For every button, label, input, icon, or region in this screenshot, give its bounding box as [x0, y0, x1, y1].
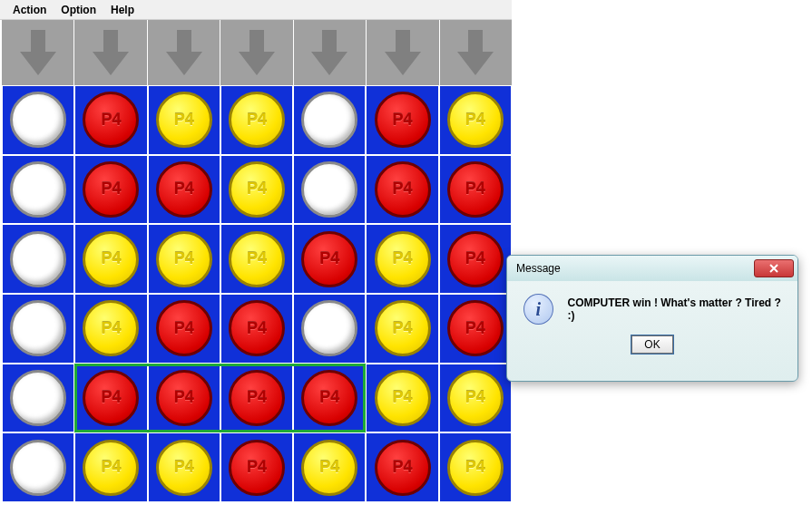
- arrow-down-icon: [18, 28, 58, 77]
- cell-r0-c2: P4: [148, 85, 220, 155]
- cell-r3-c6: P4: [439, 294, 512, 364]
- red-disc: P4: [156, 370, 212, 426]
- cell-r5-c0: [2, 432, 74, 502]
- cell-r3-c5: P4: [366, 294, 438, 364]
- dialog-titlebar[interactable]: Message: [507, 256, 797, 281]
- yellow-disc: P4: [229, 161, 285, 218]
- yellow-disc: P4: [156, 92, 212, 148]
- red-disc: P4: [229, 370, 285, 426]
- empty-slot: [301, 161, 357, 218]
- cell-r1-c2: P4: [148, 155, 220, 225]
- cell-r4-c3: P4: [220, 364, 293, 433]
- red-disc: P4: [156, 161, 212, 218]
- cell-r3-c1: P4: [74, 294, 147, 364]
- menu-help[interactable]: Help: [103, 2, 142, 18]
- yellow-disc: P4: [83, 231, 139, 287]
- empty-slot: [10, 161, 66, 218]
- cell-r2-c5: P4: [366, 224, 438, 294]
- message-dialog: Message i COMPUTER win ! What's matter ?…: [506, 255, 798, 382]
- cell-r0-c3: P4: [220, 85, 293, 155]
- drop-arrow-row: [2, 20, 512, 85]
- cell-r3-c4: [293, 294, 366, 364]
- yellow-disc: P4: [83, 440, 139, 496]
- cell-r2-c3: P4: [220, 224, 293, 294]
- cell-r3-c0: [2, 294, 74, 364]
- cell-r5-c4: P4: [293, 432, 366, 502]
- cell-r2-c2: P4: [148, 224, 220, 294]
- red-disc: P4: [375, 92, 431, 148]
- cell-r5-c1: P4: [74, 432, 147, 502]
- drop-arrow-col-6[interactable]: [439, 20, 512, 85]
- yellow-disc: P4: [83, 300, 139, 356]
- close-button[interactable]: [754, 259, 794, 277]
- drop-arrow-col-1[interactable]: [73, 20, 146, 85]
- cell-r4-c5: P4: [366, 364, 438, 433]
- arrow-down-icon: [455, 28, 495, 77]
- red-disc: P4: [301, 370, 357, 426]
- red-disc: P4: [83, 161, 139, 218]
- yellow-disc: P4: [375, 231, 431, 287]
- drop-arrow-col-3[interactable]: [220, 20, 292, 85]
- menubar: Action Option Help: [0, 0, 512, 20]
- drop-arrow-col-5[interactable]: [366, 20, 438, 85]
- yellow-disc: P4: [375, 300, 431, 356]
- cell-r5-c3: P4: [220, 432, 293, 502]
- empty-slot: [10, 231, 66, 287]
- cell-r4-c2: P4: [148, 364, 220, 433]
- dialog-title: Message: [516, 262, 754, 275]
- yellow-disc: P4: [229, 92, 285, 148]
- cell-r0-c5: P4: [366, 85, 438, 155]
- game-panel: P4P4P4P4P4P4P4P4P4P4P4P4P4P4P4P4P4P4P4P4…: [2, 20, 512, 502]
- cell-r1-c6: P4: [439, 155, 512, 225]
- cell-r0-c0: [2, 85, 74, 155]
- cell-r3-c3: P4: [220, 294, 293, 364]
- info-icon: i: [523, 294, 553, 325]
- cell-r0-c6: P4: [439, 85, 512, 155]
- red-disc: P4: [229, 440, 285, 496]
- empty-slot: [10, 440, 66, 496]
- drop-arrow-col-4[interactable]: [293, 20, 366, 85]
- red-disc: P4: [83, 92, 139, 148]
- red-disc: P4: [447, 231, 504, 287]
- red-disc: P4: [447, 161, 504, 218]
- empty-slot: [301, 300, 357, 356]
- cell-r2-c1: P4: [74, 224, 147, 294]
- dialog-buttons: OK: [507, 332, 797, 364]
- yellow-disc: P4: [301, 440, 357, 496]
- cell-r5-c2: P4: [148, 432, 220, 502]
- red-disc: P4: [229, 300, 285, 356]
- cell-r1-c0: [2, 155, 74, 225]
- red-disc: P4: [83, 370, 139, 426]
- cell-r4-c4: P4: [293, 364, 366, 433]
- cell-r2-c6: P4: [439, 224, 512, 294]
- yellow-disc: P4: [447, 440, 504, 496]
- red-disc: P4: [375, 440, 431, 496]
- arrow-down-icon: [91, 28, 131, 77]
- cell-r1-c4: [293, 155, 366, 225]
- menu-action[interactable]: Action: [5, 2, 54, 18]
- yellow-disc: P4: [229, 231, 285, 287]
- dialog-message: COMPUTER win ! What's matter ? Tired ? :…: [568, 296, 781, 322]
- arrow-down-icon: [164, 28, 204, 77]
- ok-button[interactable]: OK: [631, 335, 673, 354]
- dialog-body: i COMPUTER win ! What's matter ? Tired ?…: [507, 281, 797, 332]
- drop-arrow-col-0[interactable]: [2, 20, 73, 85]
- empty-slot: [10, 92, 66, 148]
- cell-r4-c6: P4: [439, 364, 512, 433]
- cell-r0-c4: [293, 85, 366, 155]
- cell-r4-c0: [2, 364, 74, 433]
- red-disc: P4: [301, 231, 357, 287]
- arrow-down-icon: [237, 28, 277, 77]
- drop-arrow-col-2[interactable]: [147, 20, 220, 85]
- empty-slot: [10, 300, 66, 356]
- cell-r1-c3: P4: [220, 155, 293, 225]
- cell-r5-c6: P4: [439, 432, 512, 502]
- cell-r1-c1: P4: [74, 155, 147, 225]
- cell-r5-c5: P4: [366, 432, 438, 502]
- yellow-disc: P4: [156, 231, 212, 287]
- arrow-down-icon: [309, 28, 349, 77]
- yellow-disc: P4: [447, 92, 504, 148]
- cell-r2-c4: P4: [293, 224, 366, 294]
- board: P4P4P4P4P4P4P4P4P4P4P4P4P4P4P4P4P4P4P4P4…: [2, 85, 512, 502]
- menu-option[interactable]: Option: [54, 2, 103, 18]
